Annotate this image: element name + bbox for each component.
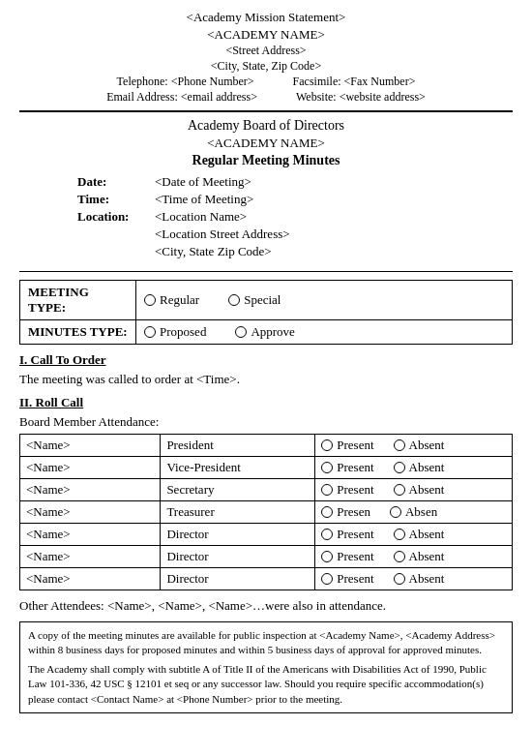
absent-label: Absen — [405, 504, 437, 520]
present-option[interactable]: Present — [321, 549, 373, 564]
attendance-name: <Name> — [20, 435, 161, 457]
website-value: <website address> — [340, 90, 426, 104]
presence-radio-row: Present Absent — [321, 571, 506, 587]
footer-paragraph-1: A copy of the meeting minutes are availa… — [28, 628, 504, 658]
radio-absent-icon[interactable] — [394, 551, 405, 562]
absent-option[interactable]: Absent — [394, 482, 445, 498]
attendance-presence: Presen Absen — [315, 501, 513, 524]
radio-absent-icon[interactable] — [394, 573, 405, 585]
absent-option[interactable]: Absent — [394, 438, 445, 453]
absent-option[interactable]: Absent — [394, 460, 445, 475]
absent-option[interactable]: Absent — [394, 549, 445, 564]
other-attendees: Other Attendees: <Name>, <Name>, <Name>…… — [19, 598, 513, 614]
meeting-type-table: MEETING TYPE: Regular Special MINUTES TY… — [19, 280, 513, 345]
meeting-info-labels: Date: Time: Location: — [77, 174, 155, 261]
minutes-type-label: MINUTES TYPE: — [20, 320, 136, 345]
present-option[interactable]: Presen — [321, 504, 370, 520]
radio-absent-icon[interactable] — [390, 506, 401, 518]
board-attendance-label: Board Member Attendance: — [19, 414, 513, 430]
header-email-row: Email Address: <email address> Website: … — [19, 90, 513, 105]
header-city: <City, State, Zip Code> — [19, 59, 513, 74]
attendance-presence: Present Absent — [315, 457, 513, 479]
present-option[interactable]: Present — [321, 527, 373, 542]
meeting-type-special[interactable]: Special — [228, 292, 281, 308]
presence-radio-row: Present Absent — [321, 527, 506, 542]
footer-paragraph-2: The Academy shall comply with subtitle A… — [28, 662, 504, 707]
attendance-name: <Name> — [20, 568, 161, 590]
present-label: Presen — [337, 504, 370, 520]
minutes-type-radio-group: Proposed Approve — [144, 324, 504, 340]
attendance-role: Secretary — [161, 479, 315, 501]
section-divider — [19, 271, 513, 272]
radio-present-icon[interactable] — [321, 462, 333, 473]
date-label: Date: — [77, 174, 155, 190]
facsimile-field: Facsimile: <Fax Number> — [293, 75, 416, 89]
radio-present-icon[interactable] — [321, 529, 333, 540]
page: <Academy Mission Statement> <ACADEMY NAM… — [0, 0, 532, 723]
date-value: <Date of Meeting> — [155, 174, 290, 190]
minutes-type-row: MINUTES TYPE: Proposed Approve — [20, 320, 513, 345]
radio-present-icon[interactable] — [321, 573, 333, 585]
absent-label: Absent — [409, 482, 445, 498]
presence-radio-row: Present Absent — [321, 460, 506, 475]
main-header: Academy Board of Directors <ACADEMY NAME… — [19, 118, 513, 168]
telephone-value: <Phone Number> — [171, 75, 254, 88]
meeting-info: Date: Time: Location: <Date of Meeting> … — [77, 174, 513, 261]
radio-absent-icon[interactable] — [394, 529, 405, 540]
footer-box: A copy of the meeting minutes are availa… — [19, 621, 513, 713]
location-city: <City, State Zip Code> — [155, 244, 290, 259]
meeting-type-regular[interactable]: Regular — [144, 292, 199, 308]
radio-regular-icon[interactable] — [144, 294, 156, 306]
absent-option[interactable]: Absent — [394, 527, 445, 542]
location-label: Location: — [77, 209, 155, 225]
facsimile-value: <Fax Number> — [344, 75, 416, 88]
minutes-type-approve[interactable]: Approve — [235, 324, 295, 340]
header-street: <Street Address> — [19, 44, 513, 58]
radio-absent-icon[interactable] — [394, 484, 405, 496]
attendance-row: <Name>Secretary Present Absent — [20, 479, 513, 501]
presence-radio-row: Present Absent — [321, 438, 506, 453]
mission-statement: <Academy Mission Statement> — [19, 10, 513, 25]
attendance-role: Director — [161, 568, 315, 590]
attendance-name: <Name> — [20, 479, 161, 501]
attendance-name: <Name> — [20, 546, 161, 568]
meeting-type-label: MEETING TYPE: — [20, 281, 136, 320]
radio-absent-icon[interactable] — [394, 462, 405, 473]
absent-label: Absent — [409, 438, 445, 453]
presence-radio-row: Presen Absen — [321, 504, 506, 520]
absent-option[interactable]: Absen — [390, 504, 437, 520]
minutes-type-proposed[interactable]: Proposed — [144, 324, 206, 340]
radio-approve-icon[interactable] — [235, 326, 247, 338]
radio-present-icon[interactable] — [321, 484, 333, 496]
call-to-order-text: The meeting was called to order at <Time… — [19, 372, 513, 387]
email-label: Email Address: — [106, 90, 178, 104]
minutes-type-proposed-label: Proposed — [160, 324, 206, 340]
time-label: Time: — [77, 192, 155, 207]
minutes-type-approve-label: Approve — [251, 324, 295, 340]
present-option[interactable]: Present — [321, 438, 373, 453]
present-option[interactable]: Present — [321, 571, 373, 587]
facsimile-label: Facsimile: — [293, 75, 341, 88]
attendance-role: Treasurer — [161, 501, 315, 524]
location-name: <Location Name> — [155, 209, 290, 225]
meeting-type-options: Regular Special — [136, 281, 513, 320]
website-label: Website: — [296, 90, 337, 104]
telephone-label: Telephone: — [117, 75, 168, 88]
absent-label: Absent — [409, 549, 445, 564]
attendance-row: <Name>Director Present Absent — [20, 524, 513, 546]
present-option[interactable]: Present — [321, 482, 373, 498]
meeting-info-values: <Date of Meeting> <Time of Meeting> <Loc… — [155, 174, 290, 261]
attendance-name: <Name> — [20, 524, 161, 546]
meeting-type-radio-group: Regular Special — [144, 292, 504, 308]
absent-option[interactable]: Absent — [394, 571, 445, 587]
absent-label: Absent — [409, 460, 445, 475]
meeting-type-row: MEETING TYPE: Regular Special — [20, 281, 513, 320]
meeting-type-special-label: Special — [244, 292, 281, 308]
radio-proposed-icon[interactable] — [144, 326, 156, 338]
radio-present-icon[interactable] — [321, 506, 333, 518]
radio-present-icon[interactable] — [321, 439, 333, 451]
radio-absent-icon[interactable] — [394, 439, 405, 451]
present-option[interactable]: Present — [321, 460, 373, 475]
radio-present-icon[interactable] — [321, 551, 333, 562]
radio-special-icon[interactable] — [228, 294, 240, 306]
